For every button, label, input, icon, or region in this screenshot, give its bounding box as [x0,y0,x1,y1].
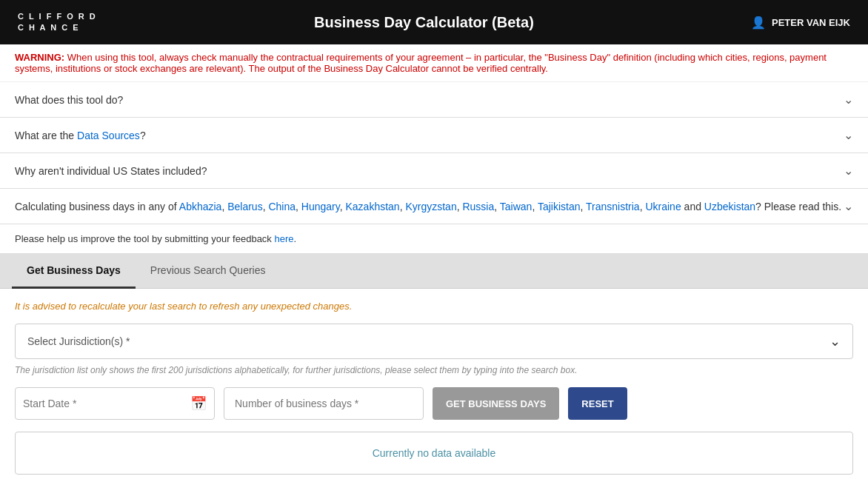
app-header: C L I F F O R D C H A N C E Business Day… [0,0,868,44]
warning-text: When using this tool, always check manua… [15,52,827,74]
feedback-text-before: Please help us improve the tool by submi… [15,233,274,244]
calendar-icon[interactable]: 📅 [190,395,207,412]
accordion-item-2[interactable]: What are the Data Sources? ⌄ [0,118,868,153]
date-input-wrapper: 📅 [15,387,215,420]
no-data-box: Currently no data available [15,432,853,475]
accordion-item-4[interactable]: Calculating business days in any of Abkh… [0,189,868,224]
warning-prefix: WARNING: [15,52,64,63]
start-date-input[interactable] [23,398,190,409]
logo-line2: C H A N C E [18,22,97,33]
tab-get-business-days[interactable]: Get Business Days [12,254,136,289]
jurisdiction-note: The jurisdiction list only shows the fir… [15,365,853,375]
user-icon: 👤 [751,16,766,30]
accordion-container: What does this tool do? ⌄ What are the D… [0,82,868,224]
no-data-text: Currently no data available [373,447,496,459]
user-name: PETER VAN EIJK [772,17,850,28]
user-info: 👤 PETER VAN EIJK [751,16,850,30]
accordion-item-1[interactable]: What does this tool do? ⌄ [0,82,868,118]
chevron-down-icon-4: ⌄ [844,199,853,213]
feedback-link[interactable]: here [274,233,293,244]
chevron-down-icon-1: ⌄ [844,93,853,107]
form-row: 📅 GET BUSINESS DAYS RESET [15,387,853,420]
logo-line1: C L I F F O R D [18,11,97,22]
feedback-text-after: . [294,233,297,244]
reset-button[interactable]: RESET [568,387,627,420]
jurisdiction-select[interactable]: Select Jurisdiction(s) * ⌄ [15,324,853,359]
business-days-input[interactable] [224,387,424,420]
advisory-text: It is advised to recalculate your last s… [15,301,853,312]
accordion-label-1: What does this tool do? [15,94,123,106]
accordion-label-4: Calculating business days in any of Abkh… [15,201,841,212]
accordion-label-2: What are the Data Sources? [15,130,146,141]
page-title: Business Day Calculator (Beta) [314,14,534,31]
chevron-down-icon-3: ⌄ [844,164,853,178]
accordion-label-3: Why aren't individual US States included… [15,165,207,177]
tab-previous-search-queries[interactable]: Previous Search Queries [136,254,281,289]
main-content: It is advised to recalculate your last s… [0,289,868,479]
company-logo: C L I F F O R D C H A N C E [18,11,97,34]
get-business-days-button[interactable]: GET BUSINESS DAYS [433,387,559,420]
warning-bar: WARNING: When using this tool, always ch… [0,44,868,82]
feedback-bar: Please help us improve the tool by submi… [0,224,868,254]
chevron-down-icon: ⌄ [829,333,841,349]
tabs-container: Get Business Days Previous Search Querie… [0,254,868,289]
accordion-item-3[interactable]: Why aren't individual US States included… [0,153,868,189]
jurisdiction-placeholder: Select Jurisdiction(s) * [27,335,130,347]
chevron-down-icon-2: ⌄ [844,128,853,142]
